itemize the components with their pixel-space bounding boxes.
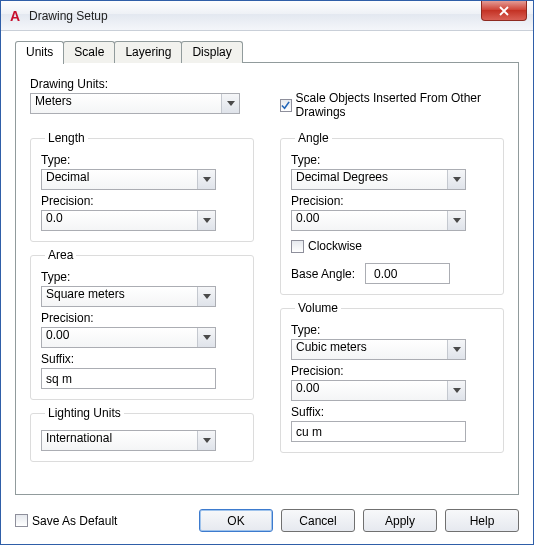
- area-type-value: Square meters: [41, 286, 216, 307]
- angle-type-label: Type:: [291, 153, 493, 167]
- area-type-label: Type:: [41, 270, 243, 284]
- base-angle-label: Base Angle:: [291, 267, 355, 281]
- tabpage-units: Drawing Units: Meters Scale Objects Inse…: [15, 62, 519, 495]
- angle-precision-value: 0.00: [291, 210, 466, 231]
- buttonbar: Save As Default OK Cancel Apply Help: [1, 501, 533, 544]
- volume-suffix-label: Suffix:: [291, 405, 493, 419]
- volume-precision-value: 0.00: [291, 380, 466, 401]
- angle-type-value: Decimal Degrees: [291, 169, 466, 190]
- base-angle-input[interactable]: [365, 263, 450, 284]
- cancel-button[interactable]: Cancel: [281, 509, 355, 532]
- clockwise-checkbox[interactable]: [291, 240, 304, 253]
- volume-type-value: Cubic meters: [291, 339, 466, 360]
- area-suffix-label: Suffix:: [41, 352, 243, 366]
- length-type-value: Decimal: [41, 169, 216, 190]
- lighting-select[interactable]: International: [41, 430, 216, 451]
- lighting-value: International: [41, 430, 216, 451]
- tab-layering[interactable]: Layering: [114, 41, 182, 63]
- length-type-label: Type:: [41, 153, 243, 167]
- length-type-select[interactable]: Decimal: [41, 169, 216, 190]
- ok-button[interactable]: OK: [199, 509, 273, 532]
- clockwise-label: Clockwise: [308, 239, 362, 253]
- save-as-default-label: Save As Default: [32, 514, 117, 528]
- angle-group: Angle Type: Decimal Degrees Precision: 0…: [280, 131, 504, 295]
- save-as-default-checkbox[interactable]: [15, 514, 28, 527]
- length-group: Length Type: Decimal Precision: 0.0: [30, 131, 254, 242]
- volume-type-label: Type:: [291, 323, 493, 337]
- tab-display[interactable]: Display: [181, 41, 242, 63]
- volume-suffix-input[interactable]: [291, 421, 466, 442]
- check-icon: [281, 101, 290, 110]
- lighting-legend: Lighting Units: [45, 406, 124, 420]
- volume-type-select[interactable]: Cubic meters: [291, 339, 466, 360]
- volume-group: Volume Type: Cubic meters Precision: 0.0…: [280, 301, 504, 453]
- close-icon: [499, 6, 509, 16]
- length-precision-label: Precision:: [41, 194, 243, 208]
- scale-objects-checkbox-row[interactable]: Scale Objects Inserted From Other Drawin…: [280, 91, 504, 119]
- app-icon: A: [7, 8, 23, 24]
- tab-scale[interactable]: Scale: [63, 41, 115, 63]
- save-as-default-row[interactable]: Save As Default: [15, 514, 117, 528]
- scale-objects-checkbox[interactable]: [280, 99, 292, 112]
- area-precision-label: Precision:: [41, 311, 243, 325]
- drawing-units-label: Drawing Units:: [30, 77, 254, 91]
- help-button[interactable]: Help: [445, 509, 519, 532]
- area-type-select[interactable]: Square meters: [41, 286, 216, 307]
- lighting-group: Lighting Units International: [30, 406, 254, 462]
- tab-units[interactable]: Units: [15, 41, 64, 64]
- apply-button[interactable]: Apply: [363, 509, 437, 532]
- length-precision-select[interactable]: 0.0: [41, 210, 216, 231]
- area-precision-select[interactable]: 0.00: [41, 327, 216, 348]
- area-legend: Area: [45, 248, 76, 262]
- tabstrip: Units Scale Layering Display: [15, 41, 519, 63]
- area-suffix-input[interactable]: [41, 368, 216, 389]
- length-legend: Length: [45, 131, 88, 145]
- area-group: Area Type: Square meters Precision: 0.00…: [30, 248, 254, 400]
- angle-precision-label: Precision:: [291, 194, 493, 208]
- volume-precision-label: Precision:: [291, 364, 493, 378]
- drawing-units-select[interactable]: Meters: [30, 93, 240, 114]
- drawing-units-value: Meters: [30, 93, 240, 114]
- titlebar: A Drawing Setup: [1, 1, 533, 31]
- clockwise-row[interactable]: Clockwise: [291, 239, 493, 253]
- angle-legend: Angle: [295, 131, 332, 145]
- angle-type-select[interactable]: Decimal Degrees: [291, 169, 466, 190]
- length-precision-value: 0.0: [41, 210, 216, 231]
- close-button[interactable]: [481, 1, 527, 21]
- content-area: Units Scale Layering Display Drawing Uni…: [1, 31, 533, 501]
- window-title: Drawing Setup: [29, 9, 108, 23]
- volume-precision-select[interactable]: 0.00: [291, 380, 466, 401]
- scale-objects-label: Scale Objects Inserted From Other Drawin…: [296, 91, 504, 119]
- volume-legend: Volume: [295, 301, 341, 315]
- area-precision-value: 0.00: [41, 327, 216, 348]
- angle-precision-select[interactable]: 0.00: [291, 210, 466, 231]
